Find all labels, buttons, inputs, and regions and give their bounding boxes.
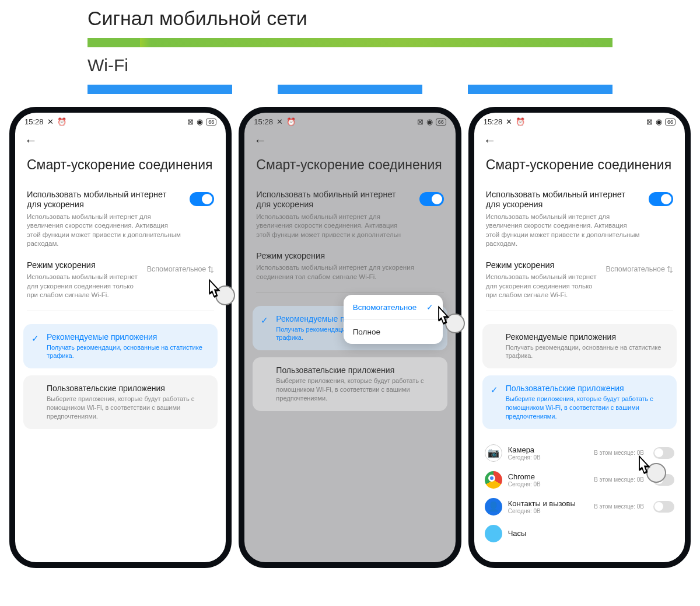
toggle-switch[interactable] (190, 192, 214, 206)
recommended-apps-card[interactable]: ✓ Рекомендуемые приложения Получать реко… (482, 324, 677, 369)
acceleration-mode-row[interactable]: Режим ускорения Использовать мобильный и… (15, 256, 226, 308)
app-name: Контакты и вызовы (508, 499, 588, 508)
vibrate-icon: ✕ (506, 117, 512, 126)
app-row-camera[interactable]: 📷 Камера Сегодня: 0B В этом месяце: 0B (482, 440, 677, 466)
mode-value: Вспомогательное ⇅ (606, 265, 673, 274)
check-icon: ✓ (261, 315, 270, 326)
watch-badge (445, 314, 465, 333)
alarm-icon: ⏰ (516, 117, 525, 126)
back-button[interactable]: ← (474, 128, 685, 148)
use-mobile-data-toggle-row[interactable]: Использовать мобильный интернет для уско… (15, 185, 226, 256)
card-desc: Получать рекомендации, основанные на ста… (506, 343, 667, 361)
app-month: В этом месяце: 0B (594, 450, 644, 456)
contacts-icon: 👤 (485, 498, 502, 516)
check-icon: ✓ (32, 333, 41, 344)
popup-option-auxiliary[interactable]: Вспомогательное ✓ (344, 295, 443, 319)
blue-dividers (0, 85, 700, 107)
camera-icon: 📷 (485, 444, 502, 462)
card-desc: Выберите приложения, которые будут работ… (47, 395, 208, 421)
user-apps-card[interactable]: ✓ Пользовательские приложения Выберите п… (23, 375, 218, 429)
battery-icon: 66 (436, 119, 446, 126)
use-mobile-data-toggle-row[interactable]: Использовать мобильный интернет для уско… (244, 185, 455, 246)
battery-icon: 66 (206, 119, 216, 126)
status-bar: 15:28 ✕ ⏰ ⊠ ◉ 66 (244, 113, 455, 128)
acceleration-mode-row[interactable]: Режим ускорения Использовать мобильный и… (244, 246, 455, 290)
screen-title: Смарт-ускорение соединения (244, 148, 455, 185)
status-time: 15:28 (24, 117, 44, 126)
vibrate-icon: ✕ (276, 117, 283, 126)
alarm-icon: ⏰ (57, 117, 66, 126)
app-month: В этом месяце: 0B (594, 503, 644, 510)
mode-title: Режим ускорения (486, 260, 600, 270)
back-button[interactable]: ← (15, 128, 226, 148)
card-title: Пользовательские приложения (506, 384, 667, 393)
app-name: Камера (508, 445, 588, 454)
screen-title: Смарт-ускорение соединения (15, 148, 226, 185)
status-time: 15:28 (484, 117, 503, 126)
updown-icon: ⇅ (208, 265, 214, 274)
page-title: Сигнал мобильной сети (0, 0, 700, 38)
app-row-contacts[interactable]: 👤 Контакты и вызовы Сегодня: 0B В этом м… (482, 493, 677, 520)
app-today: Сегодня: 0B (508, 454, 588, 461)
card-title: Пользовательские приложения (276, 365, 438, 375)
battery-icon: 66 (665, 119, 676, 126)
mode-desc: Использовать мобильный интернет для уско… (256, 263, 443, 281)
clock-icon (485, 525, 502, 542)
no-sim-icon: ⊠ (187, 117, 194, 126)
user-apps-card[interactable]: ✓ Пользовательские приложения Выберите п… (253, 357, 447, 411)
green-divider (88, 38, 612, 47)
use-mobile-data-toggle-row[interactable]: Использовать мобильный интернет для уско… (474, 185, 685, 256)
app-row-clock[interactable]: Часы (482, 520, 677, 547)
acceleration-mode-row[interactable]: Режим ускорения Использовать мобильный и… (474, 256, 685, 308)
phone-1: 15:28 ✕ ⏰ ⊠ ◉ 66 ← Смарт-ускорение соеди… (9, 107, 232, 568)
page-subtitle: Wi-Fi (0, 47, 700, 85)
setting-desc: Использовать мобильный интернет для увел… (486, 213, 642, 249)
mode-desc: Использовать мобильный интернет для уско… (486, 273, 600, 300)
back-button[interactable]: ← (244, 128, 455, 148)
mode-title: Режим ускорения (256, 251, 443, 261)
app-month: В этом месяце: 0B (594, 476, 644, 483)
setting-title: Использовать мобильный интернет для уско… (486, 190, 642, 210)
vibrate-icon: ✕ (47, 117, 54, 126)
toggle-switch[interactable] (419, 192, 444, 206)
user-apps-card[interactable]: ✓ Пользовательские приложения Выберите п… (482, 375, 677, 429)
check-icon: ✓ (426, 302, 433, 312)
app-today: Сегодня: 0B (508, 508, 588, 514)
mode-value: Вспомогательное ⇅ (147, 265, 215, 274)
card-title: Рекомендуемые приложения (506, 332, 667, 342)
alarm-icon: ⏰ (286, 117, 296, 126)
phone-3: 15:28 ✕ ⏰ ⊠ ◉ 66 ← Смарт-ускорение соеди… (468, 107, 691, 568)
status-bar: 15:28 ✕ ⏰ ⊠ ◉ 66 (474, 113, 685, 128)
no-sim-icon: ⊠ (646, 117, 653, 126)
no-sim-icon: ⊠ (417, 117, 424, 126)
app-list: 📷 Камера Сегодня: 0B В этом месяце: 0B C… (474, 436, 685, 547)
app-name: Часы (508, 529, 674, 538)
card-desc: Выберите приложения, которые будут работ… (276, 377, 438, 403)
mode-title: Режим ускорения (27, 260, 141, 270)
status-time: 15:28 (254, 117, 273, 126)
app-toggle[interactable] (653, 447, 674, 459)
popup-option-full[interactable]: Полное (344, 319, 443, 344)
phone-2: 15:28 ✕ ⏰ ⊠ ◉ 66 ← Смарт-ускорение соеди… (239, 107, 461, 568)
setting-desc: Использовать мобильный интернет для увел… (256, 213, 412, 240)
wifi-icon: ◉ (197, 117, 203, 126)
app-toggle[interactable] (653, 501, 674, 513)
app-today: Сегодня: 0B (508, 481, 588, 487)
status-bar: 15:28 ✕ ⏰ ⊠ ◉ 66 (15, 113, 226, 128)
wifi-icon: ◉ (426, 117, 433, 126)
recommended-apps-card[interactable]: ✓ Рекомендуемые приложения Получать реко… (23, 324, 218, 369)
screen-title: Смарт-ускорение соединения (474, 148, 685, 185)
setting-desc: Использовать мобильный интернет для увел… (27, 213, 183, 249)
setting-title: Использовать мобильный интернет для уско… (256, 190, 412, 210)
wifi-icon: ◉ (656, 117, 662, 126)
watch-badge (215, 285, 235, 305)
check-icon: ✓ (491, 385, 500, 395)
setting-title: Использовать мобильный интернет для уско… (27, 190, 183, 210)
watch-badge (646, 463, 666, 483)
chrome-icon (485, 471, 502, 489)
toggle-switch[interactable] (649, 192, 673, 206)
updown-icon: ⇅ (667, 265, 673, 274)
mode-dropdown-popup: Вспомогательное ✓ Полное (344, 295, 443, 344)
card-title: Рекомендуемые приложения (47, 332, 208, 342)
mode-desc: Использовать мобильный интернет для уско… (27, 273, 141, 300)
